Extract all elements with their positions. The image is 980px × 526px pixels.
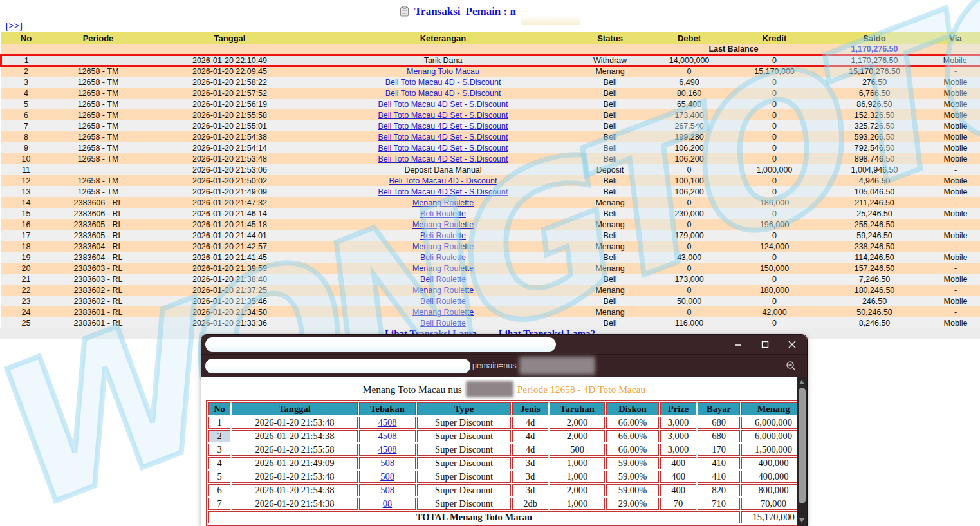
keterangan-link[interactable]: Menang Roulette [412, 264, 474, 273]
detail-row: 32026-01-20 21:55:584508Super Discount4d… [208, 444, 806, 456]
cell-keterangan: Beli Toto Macau 4D Set - S.Discount [315, 186, 572, 197]
keterangan-link[interactable]: Beli Toto Macau 4D Set - S.Discount [378, 122, 508, 131]
detail-cell-tanggal: 2026-01-20 21:55:58 [232, 444, 358, 456]
keterangan-link[interactable]: Menang Toto Macau [407, 67, 479, 76]
tebakan-link[interactable]: 08 [383, 498, 393, 509]
detail-cell-tebakan: 508 [359, 457, 416, 469]
cell-kredit: 0 [730, 109, 819, 120]
cell-no: 20 [1, 263, 51, 274]
keterangan-link[interactable]: Menang Roulette [412, 220, 474, 229]
detail-cell-tanggal: 2026-01-20 21:53:48 [232, 471, 358, 483]
keterangan-link[interactable]: Beli Toto Macau 4D - S.Discount [385, 78, 501, 87]
cell-saldo: 59,246.50 [819, 230, 930, 241]
cell-status: Beli [572, 252, 649, 263]
keterangan-link[interactable]: Menang Roulette [412, 198, 474, 207]
detail-cell-diskon: 66.00% [606, 417, 659, 429]
tebakan-link[interactable]: 508 [380, 458, 394, 468]
detail-cell-diskon: 29.00% [606, 498, 659, 510]
cell-tanggal: 2026-01-20 22:09:45 [145, 66, 315, 77]
page-title: Transaksi Pemain : n [0, 5, 980, 25]
minimize-button[interactable] [734, 340, 743, 349]
cell-status: Deposit [572, 164, 649, 175]
keterangan-link[interactable]: Menang Roulette [412, 308, 474, 317]
cell-tanggal: 2026-01-20 22:10:49 [145, 55, 315, 66]
keterangan-link[interactable]: Beli Toto Macau 4D Set - S.Discount [378, 187, 508, 196]
cell-periode: 2383601 - RL [51, 306, 145, 317]
cell-saldo: 246.50 [819, 296, 930, 306]
tebakan-link[interactable]: 4508 [378, 444, 397, 455]
title-transaksi: Transaksi [414, 5, 461, 18]
popup-content: Menang Toto Macau nus Periode 12658 - 4D… [201, 377, 807, 526]
detail-cell-bayar: 680 [698, 417, 740, 429]
cell-keterangan: Menang Roulette [315, 285, 572, 296]
tebakan-link[interactable]: 4508 [378, 431, 397, 441]
detail-row: 22026-01-20 21:54:384508Super Discount4d… [208, 430, 806, 442]
keterangan-link[interactable]: Beli Roulette [420, 297, 466, 306]
cell-saldo: 898,746.50 [819, 153, 930, 164]
scroll-down-arrow[interactable] [799, 518, 804, 523]
scrollbar-thumb[interactable] [799, 388, 806, 503]
cell-no: 12 [1, 175, 51, 186]
detail-cell-menang: 400,000 [741, 457, 806, 469]
keterangan-link[interactable]: Beli Roulette [420, 231, 466, 240]
cell-status: Beli [572, 142, 649, 153]
cell-status: Beli [572, 153, 649, 164]
column-header-saldo: Saldo [819, 32, 930, 44]
cell-via: - [930, 164, 980, 175]
keterangan-link[interactable]: Beli Roulette [420, 275, 466, 284]
table-row: 612658 - TM2026-01-20 21:55:58Beli Toto … [1, 109, 980, 120]
cell-debet: 50,000 [649, 296, 730, 306]
tebakan-link[interactable]: 4508 [378, 417, 397, 427]
close-button[interactable] [788, 340, 797, 349]
url-visible-text: pemain=nus [472, 361, 516, 370]
maximize-button[interactable] [761, 340, 770, 349]
cell-debet: 173,000 [649, 274, 730, 285]
detail-cell-type: Super Discount [417, 484, 511, 496]
table-row: 162383605 - RL2026-01-20 21:45:18Menang … [1, 219, 980, 230]
cell-saldo: 325,726.50 [819, 120, 930, 131]
cell-status: Beli [572, 131, 649, 142]
keterangan-link[interactable]: Menang Roulette [412, 242, 474, 251]
keterangan-link[interactable]: Beli Toto Macau 4D - S.Discount [385, 89, 501, 98]
detail-cell-prize: 3,000 [660, 430, 696, 442]
keterangan-link[interactable]: Beli Toto Macau 4D Set - S.Discount [378, 144, 508, 153]
popup-titlebar[interactable] [201, 335, 807, 354]
scroll-up-arrow[interactable] [799, 380, 804, 384]
table-header-row: NoPeriodeTanggalKeteranganStatusDebetKre… [1, 32, 980, 44]
detail-cell-jenis: 4d [512, 430, 548, 442]
keterangan-link[interactable]: Beli Toto Macau 4D Set - S.Discount [378, 100, 508, 109]
cell-no: 2 [1, 66, 51, 77]
cell-via: Mobile [930, 274, 980, 285]
censored-player-name-popup [466, 381, 513, 397]
keterangan-link[interactable]: Beli Toto Macau 4D Set - S.Discount [378, 133, 508, 142]
cell-tanggal: 2026-01-20 21:56:19 [145, 99, 315, 109]
cell-keterangan: Beli Roulette [315, 296, 572, 306]
keterangan-link[interactable]: Beli Roulette [420, 253, 466, 262]
detail-cell-jenis: 3d [512, 457, 548, 469]
keterangan-link[interactable]: Beli Roulette [420, 209, 466, 218]
tebakan-link[interactable]: 508 [380, 485, 394, 495]
popup-urlbar[interactable]: pemain=nus [201, 354, 807, 377]
cell-periode: 12658 - TM [51, 66, 145, 77]
cell-via: - [930, 66, 980, 77]
table-row: 212383603 - RL2026-01-20 21:38:40Beli Ro… [1, 274, 980, 285]
cell-kredit: 0 [730, 274, 819, 285]
zoom-out-icon[interactable] [786, 361, 797, 371]
keterangan-link[interactable]: Beli Toto Macau 4D Set - S.Discount [378, 155, 508, 164]
cell-periode: 2383606 - RL [51, 208, 145, 219]
cell-via: Mobile [930, 317, 980, 328]
detail-cell-bayar: 170 [698, 444, 740, 456]
keterangan-link[interactable]: Beli Toto Macau 4D - Discount [389, 176, 497, 185]
tebakan-link[interactable]: 508 [380, 471, 394, 482]
detail-cell-type: Super Discount [417, 457, 511, 469]
cell-periode: 12658 - TM [51, 186, 145, 197]
detail-cell-menang: 6,000,000 [741, 417, 806, 429]
popup-scrollbar[interactable] [797, 377, 807, 526]
keterangan-link[interactable]: Menang Roulette [412, 286, 474, 295]
table-row: 712658 - TM2026-01-20 21:55:01Beli Toto … [1, 120, 980, 131]
cell-saldo: 105,046.50 [819, 186, 930, 197]
cell-periode: 2383605 - RL [51, 230, 145, 241]
cell-saldo: 7,246.50 [819, 274, 930, 285]
keterangan-link[interactable]: Beli Toto Macau 4D Set - S.Discount [378, 111, 508, 120]
keterangan-link[interactable]: Beli Roulette [420, 319, 466, 328]
